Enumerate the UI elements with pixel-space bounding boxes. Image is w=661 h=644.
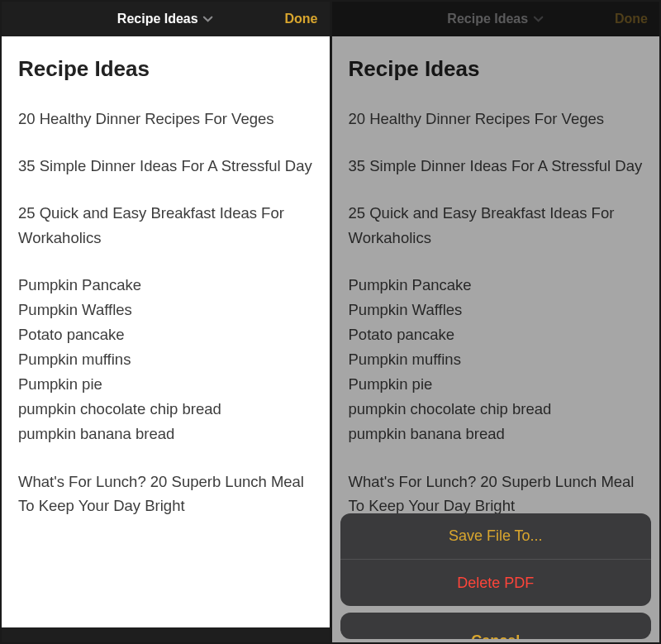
list-item: Potato pancake bbox=[18, 322, 313, 347]
list-item: Pumpkin muffins bbox=[349, 347, 644, 372]
action-sheet-group: Save File To... Delete PDF bbox=[340, 513, 652, 606]
note-block: What's For Lunch? 20 Superb Lunch Meal T… bbox=[18, 470, 313, 518]
note-list: Pumpkin Pancake Pumpkin Waffles Potato p… bbox=[18, 273, 313, 446]
list-item: Pumpkin Waffles bbox=[349, 298, 644, 322]
done-button: Done bbox=[615, 12, 648, 26]
toolbar bbox=[2, 627, 330, 642]
action-sheet: Save File To... Delete PDF Cancel bbox=[340, 513, 652, 639]
notes-editor-pane-left: Recipe Ideas Done Recipe Ideas 20 Health… bbox=[0, 0, 330, 644]
list-item: Potato pancake bbox=[349, 322, 644, 347]
note-title: Recipe Ideas bbox=[349, 56, 644, 82]
list-item: Pumpkin pie bbox=[18, 372, 313, 397]
cancel-label: Cancel bbox=[471, 632, 520, 639]
list-item: Pumpkin Waffles bbox=[18, 298, 313, 322]
list-item: pumpkin chocolate chip bread bbox=[349, 397, 644, 422]
list-item: Pumpkin Pancake bbox=[349, 273, 644, 298]
note-block: 25 Quick and Easy Breakfast Ideas For Wo… bbox=[349, 201, 644, 249]
chevron-down-icon bbox=[202, 13, 214, 25]
delete-pdf-button[interactable]: Delete PDF bbox=[340, 560, 652, 606]
navbar: Recipe Ideas Done bbox=[2, 2, 330, 36]
list-item: Pumpkin Pancake bbox=[18, 273, 313, 298]
note-block: 35 Simple Dinner Ideas For A Stressful D… bbox=[18, 154, 313, 178]
done-button[interactable]: Done bbox=[285, 12, 318, 26]
cancel-button[interactable]: Cancel bbox=[340, 613, 652, 639]
note-block: 20 Healthy Dinner Recipes For Veges bbox=[349, 107, 644, 131]
list-item: pumpkin chocolate chip bread bbox=[18, 397, 313, 422]
chevron-down-icon bbox=[532, 13, 544, 25]
note-list: Pumpkin Pancake Pumpkin Waffles Potato p… bbox=[349, 273, 644, 446]
list-item: Pumpkin pie bbox=[349, 372, 644, 397]
note-body[interactable]: Recipe Ideas 20 Healthy Dinner Recipes F… bbox=[2, 36, 330, 627]
save-file-to-button[interactable]: Save File To... bbox=[340, 513, 652, 560]
note-block: 35 Simple Dinner Ideas For A Stressful D… bbox=[349, 154, 644, 178]
note-title: Recipe Ideas bbox=[18, 56, 313, 82]
notes-editor-pane-right: Recipe Ideas Done Recipe Ideas 20 Health… bbox=[330, 0, 662, 644]
navbar-title: Recipe Ideas bbox=[117, 12, 198, 26]
note-block: What's For Lunch? 20 Superb Lunch Meal T… bbox=[349, 470, 644, 518]
list-item: pumpkin banana bread bbox=[349, 422, 644, 446]
navbar-title: Recipe Ideas bbox=[447, 12, 528, 26]
list-item: pumpkin banana bread bbox=[18, 422, 313, 446]
note-block: 25 Quick and Easy Breakfast Ideas For Wo… bbox=[18, 201, 313, 249]
list-item: Pumpkin muffins bbox=[18, 347, 313, 372]
folder-picker[interactable]: Recipe Ideas bbox=[117, 12, 214, 26]
note-block: 20 Healthy Dinner Recipes For Veges bbox=[18, 107, 313, 131]
navbar: Recipe Ideas Done bbox=[332, 2, 660, 36]
folder-picker: Recipe Ideas bbox=[447, 12, 544, 26]
